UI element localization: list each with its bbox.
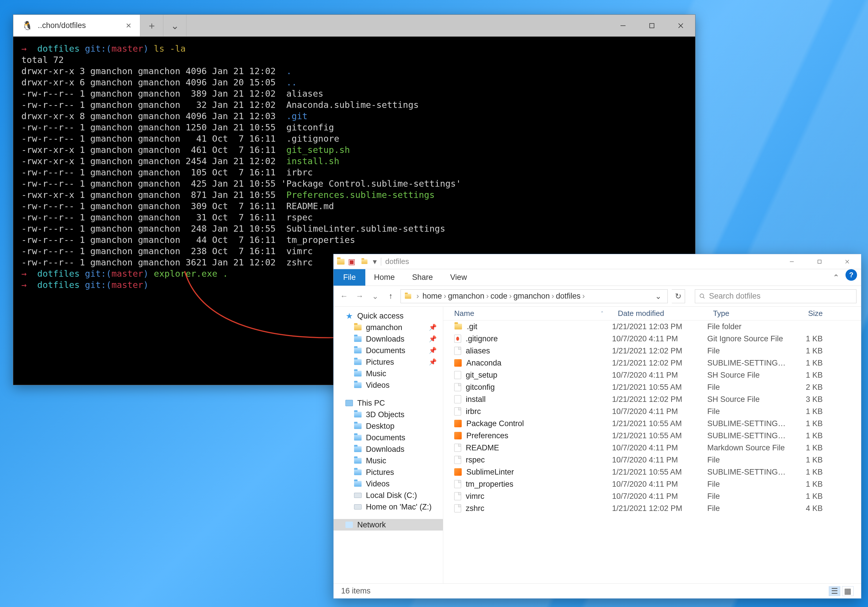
table-row[interactable]: tm_properties 10/7/2020 4:11 PM File 1 K… (443, 478, 861, 490)
file-date: 10/7/2020 4:11 PM (612, 443, 707, 452)
network-icon (345, 521, 353, 529)
table-row[interactable]: aliases 1/21/2021 12:02 PM File 1 KB (443, 345, 861, 357)
nav-item[interactable]: Local Disk (C:) (333, 489, 443, 501)
ribbon-tab-home[interactable]: Home (365, 269, 403, 286)
table-row[interactable]: irbrc 10/7/2020 4:11 PM File 1 KB (443, 405, 861, 418)
column-name[interactable]: Name˄ (443, 309, 612, 318)
navigation-pane[interactable]: ★Quick accessgmanchon📌Downloads📌Document… (333, 307, 443, 583)
chevron-right-icon[interactable]: › (552, 292, 554, 300)
chevron-right-icon[interactable]: › (444, 292, 446, 300)
file-type: File (707, 455, 788, 465)
breadcrumb-item[interactable]: dotfiles (554, 292, 582, 300)
table-row[interactable]: Anaconda 1/21/2021 12:02 PM SUBLIME-SETT… (443, 357, 861, 369)
column-date[interactable]: Date modified (612, 309, 707, 318)
terminal-tab[interactable]: 🐧 ..chon/dotfiles × (13, 15, 140, 36)
help-button[interactable]: ? (845, 269, 857, 281)
nav-item[interactable]: Music (333, 368, 443, 379)
table-row[interactable]: rspec 10/7/2020 4:11 PM File 1 KB (443, 454, 861, 466)
back-button[interactable]: ← (338, 291, 350, 302)
nav-item[interactable]: gmanchon📌 (333, 322, 443, 333)
file-icon (454, 468, 462, 476)
pin-icon: 📌 (429, 358, 437, 366)
nav-item[interactable]: Pictures (333, 466, 443, 478)
nav-item[interactable]: Desktop (333, 420, 443, 432)
nav-item[interactable]: Home on 'Mac' (Z:) (333, 501, 443, 513)
folder-icon (354, 358, 362, 366)
folder-icon (454, 322, 462, 331)
table-row[interactable]: zshrc 1/21/2021 12:02 PM File 4 KB (443, 502, 861, 514)
table-row[interactable]: Package Control 1/21/2021 10:55 AM SUBLI… (443, 418, 861, 430)
chevron-right-icon[interactable]: › (582, 292, 585, 300)
nav-item[interactable]: Videos (333, 379, 443, 391)
table-row[interactable]: install 1/21/2021 12:02 PM SH Source Fil… (443, 393, 861, 405)
table-row[interactable]: gitconfig 1/21/2021 10:55 AM File 2 KB (443, 381, 861, 393)
forward-button[interactable]: → (354, 291, 365, 302)
ribbon-file-tab[interactable]: File (333, 269, 365, 286)
up-button[interactable]: ↑ (385, 291, 397, 302)
breadcrumb-item[interactable]: gmanchon (512, 292, 552, 300)
close-button[interactable] (666, 15, 695, 36)
address-dropdown-icon[interactable]: ⌄ (652, 292, 665, 301)
search-input[interactable]: Search dotfiles (695, 290, 856, 303)
qat-properties-icon[interactable]: ▣ (347, 257, 356, 266)
qat-newfolder-icon[interactable] (360, 257, 369, 266)
table-row[interactable]: Preferences 1/21/2021 10:55 AM SUBLIME-S… (443, 430, 861, 442)
file-size: 1 KB (788, 347, 834, 355)
disk-icon (354, 503, 362, 511)
nav-item[interactable]: Documents📌 (333, 345, 443, 356)
nav-network[interactable]: Network (333, 519, 443, 531)
refresh-button[interactable]: ↻ (672, 290, 685, 303)
qat-dropdown-icon[interactable]: ▾ (373, 257, 377, 266)
tab-dropdown-button[interactable]: ⌄ (163, 15, 186, 36)
table-row[interactable]: .gitignore 10/7/2020 4:11 PM Git Ignore … (443, 333, 861, 345)
minimize-button[interactable] (609, 15, 637, 36)
breadcrumb-item[interactable]: gmanchon (446, 292, 486, 300)
table-row[interactable]: vimrc 10/7/2020 4:11 PM File 1 KB (443, 490, 861, 502)
table-row[interactable]: git_setup 10/7/2020 4:11 PM SH Source Fi… (443, 369, 861, 381)
file-size: 2 KB (788, 383, 834, 392)
nav-item[interactable]: Downloads (333, 443, 443, 455)
file-name: install (466, 395, 486, 404)
nav-item[interactable]: Music (333, 455, 443, 466)
table-row[interactable]: README 10/7/2020 4:11 PM Markdown Source… (443, 442, 861, 454)
file-type: SH Source File (707, 371, 788, 380)
table-row[interactable]: .git 1/21/2021 12:03 PM File folder (443, 321, 861, 333)
nav-item[interactable]: 3D Objects (333, 409, 443, 420)
address-bar[interactable]: › home›gmanchon›code›gmanchon›dotfiles› … (400, 290, 668, 303)
ribbon-tab-share[interactable]: Share (403, 269, 442, 286)
ribbon-tab-view[interactable]: View (442, 269, 476, 286)
table-row[interactable]: SublimeLinter 1/21/2021 10:55 AM SUBLIME… (443, 466, 861, 478)
chevron-right-icon[interactable]: › (509, 292, 512, 300)
new-tab-button[interactable]: ＋ (140, 15, 163, 36)
nav-item[interactable]: Videos (333, 478, 443, 489)
breadcrumb-item[interactable]: code (489, 292, 509, 300)
details-view-button[interactable]: ☰ (829, 586, 840, 596)
icons-view-button[interactable]: ▦ (842, 586, 854, 596)
column-type[interactable]: Type (707, 309, 788, 318)
minimize-button[interactable] (778, 254, 806, 269)
tab-close-icon[interactable]: × (126, 20, 131, 31)
nav-item[interactable]: Downloads📌 (333, 333, 443, 345)
nav-quick-access[interactable]: ★Quick access (333, 310, 443, 322)
maximize-button[interactable] (806, 254, 833, 269)
nav-item[interactable]: Pictures📌 (333, 356, 443, 368)
disk-icon (354, 491, 362, 499)
breadcrumb-item[interactable]: home (421, 292, 444, 300)
explorer-titlebar[interactable]: ▣ ▾ dotfiles (333, 254, 861, 269)
file-date: 1/21/2021 10:55 AM (612, 419, 707, 428)
file-type: Markdown Source File (707, 443, 788, 452)
nav-item[interactable]: Documents (333, 432, 443, 443)
close-button[interactable] (833, 254, 861, 269)
nav-this-pc[interactable]: This PC (333, 397, 443, 409)
file-date: 1/21/2021 12:02 PM (612, 347, 707, 355)
maximize-button[interactable] (637, 15, 666, 36)
chevron-right-icon[interactable]: › (486, 292, 489, 300)
folder-icon (354, 434, 362, 442)
star-icon: ★ (345, 312, 353, 320)
column-size[interactable]: Size (788, 309, 834, 318)
chevron-right-icon[interactable]: › (416, 292, 419, 300)
pin-icon: 📌 (429, 335, 437, 343)
recent-dropdown[interactable]: ⌄ (369, 291, 381, 302)
ribbon-collapse-icon[interactable]: ⌃ (829, 269, 843, 286)
svg-rect-1 (649, 23, 654, 28)
